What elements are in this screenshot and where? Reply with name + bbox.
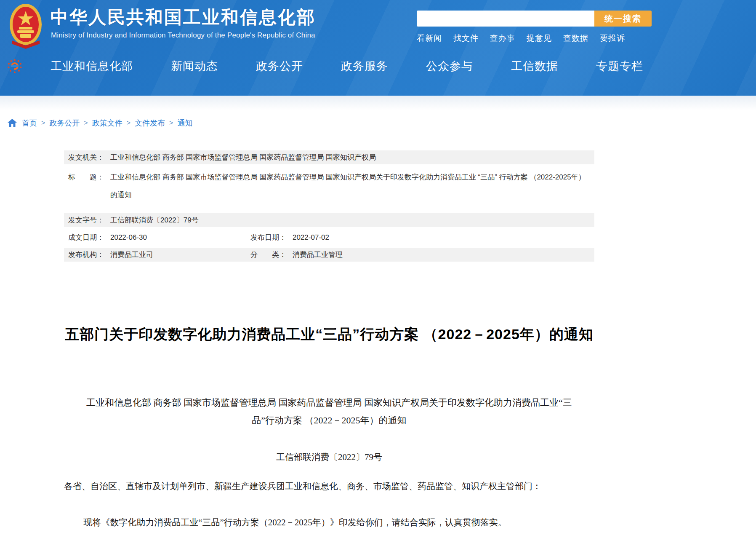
nav-item[interactable]: 专题专栏 [596, 59, 643, 74]
meta-value: 工信部联消费〔2022〕79号 [110, 216, 594, 225]
document-meta-table: 发文机关： 工业和信息化部 商务部 国家市场监督管理总局 国家药品监督管理局 国… [64, 150, 594, 262]
content-area: 发文机关： 工业和信息化部 商务部 国家市场监督管理总局 国家药品监督管理局 国… [64, 150, 594, 530]
breadcrumb-link[interactable]: 文件发布 [135, 118, 165, 128]
document-number: 工信部联消费〔2022〕79号 [64, 451, 594, 463]
nav-item[interactable]: 政务公开 [256, 59, 303, 74]
site-title: 中华人民共和国工业和信息化部 [51, 5, 316, 29]
nav-item[interactable]: 公众参与 [426, 59, 473, 74]
meta-cell: 发布机构： 消费品工业司 [68, 250, 250, 259]
meta-label: 成文日期： [68, 233, 110, 242]
breadcrumb-link[interactable]: 首页 [22, 118, 37, 128]
meta-row-doc-number: 发文字号： 工信部联消费〔2022〕79号 [64, 213, 594, 227]
meta-row-title: 标 题： 工业和信息化部 商务部 国家市场监督管理总局 国家药品监督管理局 国家… [64, 168, 594, 210]
quick-link[interactable]: 要投诉 [600, 33, 625, 44]
meta-cell: 分 类： 消费品工业管理 [250, 250, 594, 259]
breadcrumb-item: 文件发布 > [135, 118, 177, 128]
meta-cell: 成文日期： 2022-06-30 [68, 233, 250, 242]
national-emblem-icon [9, 3, 42, 49]
meta-label: 发布机构： [68, 250, 110, 259]
meta-label: 发布日期： [250, 233, 293, 242]
meta-value: 消费品工业司 [110, 250, 153, 259]
breadcrumb-separator: > [169, 119, 173, 127]
meta-label: 分 类： [250, 250, 293, 259]
document-heading-line: 品”行动方案 （2022－2025年）的通知 [64, 412, 594, 429]
meta-label: 标 题： [68, 169, 110, 186]
nav-list: 工业和信息化部新闻动态政务公开政务服务公众参与工信数据专题专栏 [51, 59, 643, 74]
nav-item[interactable]: 工业和信息化部 [51, 59, 133, 74]
site-subtitle-en: Ministry of Industry and Information Tec… [51, 31, 315, 40]
article-title: 五部门关于印发数字化助力消费品工业“三品”行动方案 （2022－2025年）的通… [64, 325, 594, 344]
breadcrumb-item: 首页 > [22, 118, 49, 128]
breadcrumb-item: 政务公开 > [49, 118, 92, 128]
document-heading-line: 工业和信息化部 商务部 国家市场监督管理总局 国家药品监督管理局 国家知识产权局… [64, 394, 594, 412]
home-icon[interactable] [8, 119, 17, 127]
header-fade [0, 96, 756, 110]
breadcrumb-separator: > [84, 119, 88, 127]
meta-value: 工业和信息化部 商务部 国家市场监督管理总局 国家药品监督管理局 国家知识产权局 [110, 153, 594, 162]
quick-link[interactable]: 查办事 [490, 33, 515, 44]
paragraph-body: 现将《数字化助力消费品工业“三品”行动方案（2022－2025年）》印发给你们，… [64, 515, 594, 530]
breadcrumb: 首页 > 政务公开 > 政策文件 > 文件发布 > 通知 > [8, 117, 756, 129]
breadcrumb-items: 首页 > 政务公开 > 政策文件 > 文件发布 > 通知 > [22, 118, 192, 128]
meta-cell: 发布日期： 2022-07-02 [250, 233, 594, 242]
nav-item[interactable]: 新闻动态 [171, 59, 218, 74]
meta-label: 发文机关： [68, 153, 110, 162]
site-header: 中华人民共和国工业和信息化部 Ministry of Industry and … [0, 0, 756, 96]
quick-link[interactable]: 看新闻 [417, 33, 442, 44]
breadcrumb-link[interactable]: 政务公开 [49, 118, 80, 128]
quick-link[interactable]: 查数据 [563, 33, 588, 44]
quick-link[interactable]: 找文件 [453, 33, 479, 44]
search-bar: 统一搜索 [417, 11, 652, 27]
quick-link[interactable]: 提意见 [527, 33, 552, 44]
meta-value: 2022-06-30 [110, 233, 147, 242]
document-heading: 工业和信息化部 商务部 国家市场监督管理总局 国家药品监督管理局 国家知识产权局… [64, 394, 594, 429]
breadcrumb-item: 政策文件 > [92, 118, 135, 128]
meta-row-issuing-agency: 发文机关： 工业和信息化部 商务部 国家市场监督管理总局 国家药品监督管理局 国… [64, 150, 594, 164]
meta-value: 消费品工业管理 [293, 250, 343, 259]
meta-row-dates: 成文日期： 2022-06-30 发布日期： 2022-07-02 [64, 230, 594, 244]
breadcrumb-link[interactable]: 通知 [177, 118, 192, 128]
unified-search-button[interactable]: 统一搜索 [594, 11, 652, 27]
paragraph-recipients: 各省、自治区、直辖市及计划单列市、新疆生产建设兵团工业和信息化、商务、市场监管、… [64, 479, 594, 493]
meta-value: 工业和信息化部 商务部 国家市场监督管理总局 国家药品监督管理局 国家知识产权局… [110, 169, 594, 204]
search-input[interactable] [417, 11, 594, 27]
meta-label: 发文字号： [68, 216, 110, 225]
breadcrumb-separator: > [41, 119, 45, 127]
quick-links: 看新闻找文件查办事提意见查数据要投诉 [417, 33, 652, 44]
breadcrumb-separator: > [127, 119, 130, 127]
breadcrumb-item: 通知 > [177, 118, 192, 128]
meta-row-publisher: 发布机构： 消费品工业司 分 类： 消费品工业管理 [64, 248, 594, 262]
nav-item[interactable]: 政务服务 [341, 59, 388, 74]
meta-value: 2022-07-02 [293, 233, 329, 242]
miit-logo-icon [8, 59, 22, 73]
breadcrumb-link[interactable]: 政策文件 [92, 118, 122, 128]
nav-item[interactable]: 工信数据 [511, 59, 558, 74]
main-nav: 工业和信息化部新闻动态政务公开政务服务公众参与工信数据专题专栏 [0, 52, 756, 80]
